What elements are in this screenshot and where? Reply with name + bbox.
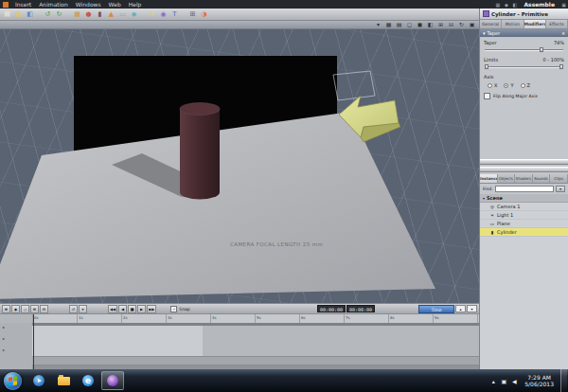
scene-expander-icon[interactable]: ▾ <box>483 196 485 201</box>
tab-effects[interactable]: Effects <box>546 20 568 28</box>
current-time-field[interactable]: 00:00:00 <box>317 305 346 312</box>
remove-modifier-icon[interactable]: ✕ <box>561 31 565 36</box>
start-button[interactable] <box>4 372 22 390</box>
tree-item-plane[interactable]: ▭ Plane <box>480 220 568 228</box>
rotate-view-tool-icon[interactable]: ↻ <box>457 21 466 28</box>
show-desktop-button[interactable] <box>560 369 567 392</box>
axis-y-radio[interactable]: Y <box>504 82 513 88</box>
tree-item-light-1[interactable]: ☀ Light 1 <box>480 211 568 220</box>
tree-item-label[interactable]: Plane <box>497 221 510 226</box>
render-icon[interactable]: ◑ <box>199 9 209 20</box>
cylinder-body[interactable] <box>180 109 220 200</box>
menu-animation[interactable]: Animation <box>35 0 72 9</box>
track-menu-icon[interactable]: ≡ <box>2 305 10 313</box>
lighting-toggle-icon[interactable]: ◧ <box>426 21 435 28</box>
limits-slider[interactable] <box>485 64 563 69</box>
loop-toggle-icon[interactable]: ↺ <box>69 305 78 313</box>
track-expander-icon[interactable]: ▸ <box>3 325 5 330</box>
step-back-button[interactable]: ◀ <box>118 305 127 313</box>
collapse-icon[interactable]: ▾ <box>483 30 486 36</box>
axis-z-radio[interactable]: Z <box>521 82 530 88</box>
axis-x-radio-dot[interactable] <box>488 83 492 88</box>
taper-amount-value[interactable]: 74% <box>554 40 564 45</box>
group-objects-icon[interactable]: ⊞ <box>187 9 198 20</box>
maximize-view-icon[interactable]: ▣ <box>468 21 476 28</box>
insert-plane-icon[interactable]: ▭ <box>117 9 128 20</box>
insert-cube-icon[interactable]: ■ <box>72 9 82 20</box>
taper-modifier-header[interactable]: ▾ Taper ✕ <box>480 29 568 37</box>
scene-tree-header[interactable]: ▾ Scene <box>480 194 568 203</box>
limits-high-thumb[interactable] <box>559 64 563 69</box>
track-clip-selected-range[interactable] <box>32 326 203 356</box>
timeline-options-icon[interactable]: ▾ <box>79 305 87 313</box>
window-options-icon[interactable]: ▣ <box>559 2 568 8</box>
insert-vertex-object-icon[interactable]: ◆ <box>129 9 139 20</box>
add-keyframe-icon[interactable]: ◆ <box>11 305 20 313</box>
taskbar-clock[interactable]: 7:29 AM 5/06/2013 <box>521 374 558 388</box>
play-button[interactable]: ▶ <box>137 305 146 313</box>
taper-amount-slider[interactable] <box>485 47 563 52</box>
tab-sounds[interactable]: Sounds <box>533 174 551 183</box>
track-expander-icon[interactable]: ▸ <box>3 347 5 352</box>
redo-icon[interactable]: ↻ <box>54 9 64 20</box>
panel-splitter[interactable] <box>480 159 568 165</box>
volume-icon[interactable]: ◀ <box>510 378 518 384</box>
track-expander-icon[interactable]: ▸ <box>3 336 5 341</box>
axis-x-radio[interactable]: X <box>488 82 497 88</box>
insert-light-icon[interactable]: ☀ <box>147 9 157 20</box>
tree-item-label[interactable]: Cylinder <box>497 229 517 235</box>
insert-cylinder-icon[interactable]: ▮ <box>95 9 105 20</box>
smooth-shade-mode-icon[interactable]: ◻ <box>405 21 414 28</box>
menu-web[interactable]: Web <box>105 0 125 9</box>
tab-modifiers[interactable]: Modifiers <box>524 20 546 28</box>
go-to-end-button[interactable]: ▶▶ <box>147 305 156 313</box>
taper-slider-thumb[interactable] <box>540 47 543 52</box>
insert-text-icon[interactable]: T <box>169 9 180 20</box>
open-file-icon[interactable]: ▥ <box>13 9 24 20</box>
limits-low-thumb[interactable] <box>485 64 488 69</box>
undo-icon[interactable]: ↺ <box>43 9 53 20</box>
panel-splitter[interactable] <box>480 167 568 172</box>
save-icon[interactable]: ◧ <box>25 9 35 20</box>
new-scene-icon[interactable]: ▤ <box>2 9 12 20</box>
collapse-tracks-icon[interactable]: ⊟ <box>40 305 48 313</box>
tree-item-label[interactable]: Camera 1 <box>497 204 520 209</box>
taskbar-app-media-player[interactable] <box>27 371 50 390</box>
taskbar-app-internet-explorer[interactable]: e <box>77 371 99 390</box>
tree-item-camera-1[interactable]: ◎ Camera 1 <box>480 203 568 211</box>
tree-item-label[interactable]: Light 1 <box>497 212 513 218</box>
tab-objects[interactable]: Objects <box>498 174 516 183</box>
end-time-field[interactable]: 00:08:00 <box>346 305 375 312</box>
wire-helper-box[interactable] <box>333 71 375 100</box>
room-render-icon[interactable]: ◧ <box>510 2 519 8</box>
cylinder-top[interactable] <box>180 103 220 116</box>
limits-value[interactable]: 0 - 100% <box>543 57 564 62</box>
stop-button[interactable]: ■ <box>128 305 136 313</box>
tab-general[interactable]: General <box>480 20 502 28</box>
camera-menu-icon[interactable]: ▾ <box>374 21 382 28</box>
expand-tracks-icon[interactable]: ⊞ <box>30 305 39 313</box>
menu-insert[interactable]: Insert <box>11 0 35 9</box>
hidden-icons-chevron[interactable]: ▴ <box>489 378 497 384</box>
textured-mode-icon[interactable]: ◼ <box>416 21 424 28</box>
insert-camera-icon[interactable]: ◉ <box>158 9 169 20</box>
tab-motion[interactable]: Motion <box>502 20 524 28</box>
axis-z-radio-dot[interactable] <box>521 83 525 88</box>
go-to-start-button[interactable]: ◀◀ <box>108 305 117 313</box>
zoom-tool-icon[interactable]: ⊟ <box>447 21 455 28</box>
menu-windows[interactable]: Windows <box>72 0 105 9</box>
axis-y-radio-dot[interactable] <box>504 83 508 88</box>
wireframe-mode-icon[interactable]: ▦ <box>384 21 393 28</box>
playhead[interactable] <box>33 314 34 369</box>
tree-item-cylinder[interactable]: ▮ Cylinder <box>480 228 568 237</box>
menu-help[interactable]: Help <box>125 0 146 9</box>
room-assemble-icon[interactable]: ▦ <box>493 2 502 8</box>
zoom-in-spinner[interactable]: ▴ <box>455 305 466 312</box>
tab-instances[interactable]: Instances <box>480 174 498 183</box>
scene-svg[interactable]: CAMERA FOCAL LENGTH 25 mm <box>0 29 479 303</box>
track-sub-row[interactable] <box>32 357 479 365</box>
snap-checkbox[interactable]: ✓ <box>170 306 177 312</box>
taskbar-app-carrara-active[interactable] <box>101 371 124 390</box>
viewport-canvas[interactable]: CAMERA FOCAL LENGTH 25 mm <box>0 29 479 303</box>
insert-cone-icon[interactable]: ▲ <box>106 9 116 20</box>
